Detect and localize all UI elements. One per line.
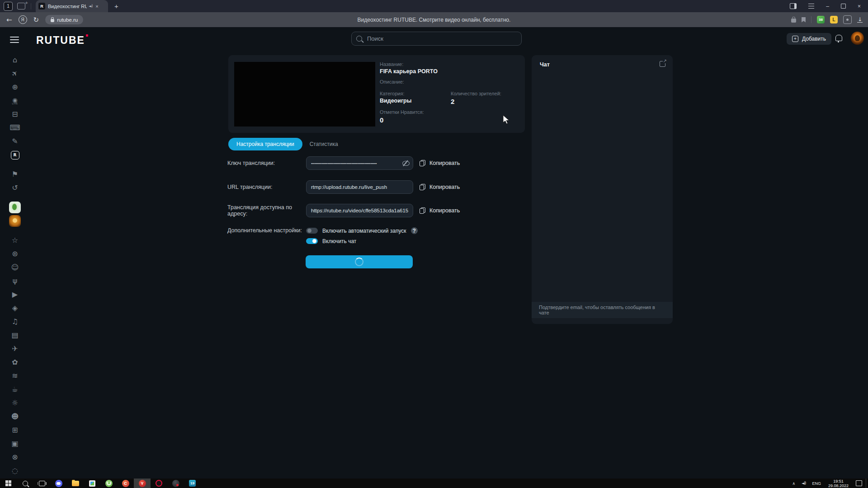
notifications-bell-icon[interactable] — [835, 35, 842, 41]
chat-notice-text: Подтвердите email, чтобы оставлять сообщ… — [539, 305, 665, 315]
stream-url-field — [306, 180, 413, 194]
password-extension-icon[interactable]: L — [830, 16, 838, 23]
taskbar-clock[interactable]: 19:51 29.08.2022 — [825, 479, 852, 488]
channel-a-icon — [9, 202, 21, 213]
sidebar-item-science[interactable]: ◌ — [0, 464, 30, 478]
keyboard-language[interactable]: ENG — [808, 481, 825, 486]
sidebar-item-channel-b[interactable] — [0, 214, 30, 228]
sidebar-item-channel-a[interactable] — [0, 201, 30, 214]
sidebar-item-retro-tv[interactable]: ⊞ — [0, 423, 30, 437]
browser-menu-icon[interactable] — [808, 4, 814, 9]
sidebar-item-games[interactable]: ⌨ — [0, 121, 30, 135]
sidebar-item-rutube[interactable] — [0, 148, 30, 162]
start-button[interactable] — [0, 479, 17, 488]
maximize-button[interactable] — [841, 4, 846, 9]
sidebar-item-sport[interactable]: ⊛ — [0, 247, 30, 261]
tray-expand-icon[interactable]: ∧ — [788, 481, 799, 486]
help-icon[interactable]: ? — [411, 227, 418, 234]
copy-label: Копировать — [429, 184, 460, 190]
hamburger-menu-icon[interactable] — [10, 37, 19, 43]
side-panel-icon[interactable] — [790, 3, 797, 9]
add-video-button[interactable]: + Добавить — [787, 33, 831, 45]
taskbar-app-store[interactable] — [84, 479, 100, 488]
sidebar-item-radio[interactable]: ▤ — [0, 328, 30, 342]
submit-button-loading[interactable] — [306, 255, 413, 268]
user-avatar[interactable] — [851, 32, 864, 45]
stream-key-input[interactable] — [306, 156, 413, 170]
stream-address-input[interactable] — [306, 204, 413, 217]
sidebar-item-humor[interactable]: ☺ — [0, 261, 30, 274]
downloads-icon[interactable]: ↓ — [857, 17, 863, 23]
copy-stream-key-button[interactable]: Копировать — [420, 160, 460, 166]
sidebar-item-nature[interactable]: ✿ — [0, 356, 30, 369]
extension-icon[interactable] — [843, 15, 852, 24]
retro-tv-icon: ⊞ — [12, 427, 18, 434]
tab-audio-icon[interactable]: ◄) — [89, 4, 93, 8]
copy-stream-address-button[interactable]: Копировать — [420, 207, 460, 214]
minimize-button[interactable]: – — [826, 3, 829, 9]
tab-stream-settings[interactable]: Настройка трансляции — [228, 138, 302, 150]
refresh-icon[interactable]: ↻ — [33, 16, 39, 24]
search-input[interactable] — [366, 35, 517, 42]
browser-tab-bar: 1 R Видеохостинг RUTU ◄) × + – × — [0, 0, 868, 12]
sidebar-item-travel[interactable]: ✈ — [0, 342, 30, 356]
chat-toggle[interactable] — [306, 238, 318, 244]
copy-stream-url-button[interactable]: Копировать — [420, 184, 460, 190]
sidebar-divider — [0, 162, 30, 168]
sidebar-item-microphone[interactable]: ψ — [0, 274, 30, 288]
taskbar-search-button[interactable] — [17, 479, 33, 488]
task-view-button[interactable] — [33, 479, 50, 488]
stream-url-input[interactable] — [306, 180, 413, 194]
sidebar-item-history[interactable]: ↺ — [0, 181, 30, 195]
action-center-icon[interactable] — [856, 480, 862, 486]
show-desktop-button[interactable] — [866, 479, 868, 488]
taskbar-app-yandex[interactable] — [134, 479, 151, 488]
bookmark-icon[interactable] — [802, 17, 806, 23]
taskbar-app-discord[interactable] — [50, 479, 67, 488]
url-field[interactable]: rutube.ru — [45, 15, 83, 24]
tab-close-icon[interactable]: × — [95, 4, 98, 9]
tab-group-counter[interactable]: 1 — [4, 2, 13, 11]
taskbar-app-ccleaner[interactable] — [117, 479, 134, 488]
rutube-logo[interactable]: RUTUBE — [36, 34, 88, 47]
sidebar-item-bookmarks[interactable]: ⚑ — [0, 168, 30, 181]
sidebar-item-rocket[interactable]: ✈ — [0, 67, 30, 80]
sidebar-item-live[interactable]: ◉ — [0, 94, 30, 108]
taskbar-app-utorrent[interactable] — [100, 479, 117, 488]
task-view-icon — [39, 481, 45, 486]
sidebar-item-globe[interactable]: ⊕ — [0, 80, 30, 94]
sidebar-item-music[interactable]: ♫ — [0, 315, 30, 328]
back-icon[interactable]: ← — [6, 16, 12, 24]
sidebar-item-camera[interactable]: ▣ — [0, 437, 30, 450]
taskbar-app-fifa19[interactable] — [184, 479, 201, 488]
sidebar-item-auto[interactable]: ⊟ — [0, 108, 30, 121]
adblock-extension-icon[interactable]: 38 — [817, 16, 825, 23]
sidebar-item-theater[interactable]: ☻ — [0, 410, 30, 423]
open-chat-external-icon[interactable] — [660, 61, 665, 67]
volume-icon[interactable]: ◄)) — [799, 481, 808, 485]
taskbar-app-opera[interactable] — [151, 479, 167, 488]
food-icon: ☕ — [12, 386, 18, 393]
sidebar-item-tv-show[interactable]: ▶ — [0, 288, 30, 301]
sidebar-item-education[interactable]: ✎ — [0, 135, 30, 148]
stream-preview[interactable] — [234, 62, 375, 127]
sidebar-item-food[interactable]: ☕ — [0, 383, 30, 396]
yandex-search-icon[interactable]: Я — [19, 15, 27, 24]
sidebar-item-broadcast[interactable]: ◈ — [0, 301, 30, 315]
taskbar-app-explorer[interactable] — [67, 479, 84, 488]
sidebar-item-home[interactable]: ⌂ — [0, 53, 30, 67]
taskbar-app-obs[interactable] — [167, 479, 184, 488]
browser-tab[interactable]: R Видеохостинг RUTU ◄) × — [36, 0, 108, 12]
sidebar-item-star[interactable]: ☆ — [0, 234, 30, 247]
sidebar-item-podcast[interactable]: ≋ — [0, 369, 30, 383]
sidebar-item-ideas[interactable]: ☼ — [0, 396, 30, 410]
search-bar[interactable] — [351, 32, 522, 46]
new-window-icon[interactable] — [17, 3, 25, 9]
new-tab-button[interactable]: + — [114, 2, 118, 10]
tab-statistics[interactable]: Статистика — [310, 141, 338, 147]
protect-icon[interactable] — [791, 19, 796, 23]
close-button[interactable]: × — [858, 3, 861, 9]
autostart-toggle[interactable] — [306, 228, 318, 234]
eye-off-icon[interactable] — [402, 161, 410, 166]
sidebar-item-movies[interactable]: ⊗ — [0, 450, 30, 464]
